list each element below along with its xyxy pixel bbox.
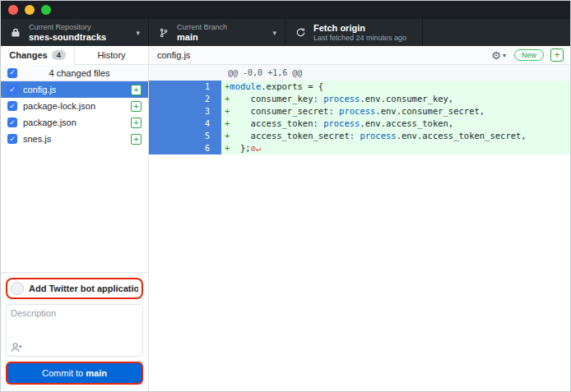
add-coauthor-button[interactable] [11, 342, 23, 353]
git-branch-icon [157, 28, 170, 38]
toolbar: Current Repository snes-soundtracks ▾ Cu… [1, 19, 570, 46]
sidebar-tabs: Changes 4 History [1, 46, 148, 65]
chevron-down-icon: ▾ [503, 52, 506, 59]
lock-icon [9, 28, 22, 38]
app-window: Current Repository snes-soundtracks ▾ Cu… [0, 0, 571, 392]
check-icon: ✓ [9, 86, 16, 94]
added-file-status-icon: + [131, 118, 142, 128]
check-icon: ✓ [9, 136, 16, 143]
current-branch-value: main [177, 32, 227, 43]
diff-line-number[interactable]: 1 [149, 81, 221, 93]
check-icon: ✓ [9, 103, 16, 110]
diff-code: + consumer_key: process.env.consumer_key… [221, 93, 570, 105]
diff-line: 3+ consumer_secret: process.env.consumer… [149, 105, 570, 118]
diff-code: + access_token: process.env.access_token… [221, 118, 570, 130]
current-branch-dropdown[interactable]: Current Branch main ▾ [149, 19, 286, 46]
changed-files-count: 4 changed files [17, 68, 142, 78]
diff-options-button[interactable]: ⚙ ▾ [491, 50, 506, 61]
commit-description-input[interactable] [11, 308, 138, 342]
current-repository-dropdown[interactable]: Current Repository snes-soundtracks ▾ [1, 19, 149, 46]
tab-history[interactable]: History [74, 46, 148, 65]
zoom-window-button[interactable] [41, 5, 51, 15]
file-name: package.json [23, 118, 77, 127]
titlebar [1, 1, 570, 19]
diff-line-number[interactable]: 4 [149, 118, 221, 130]
diff-code: + consumer_secret: process.env.consumer_… [221, 105, 570, 118]
diff-code: +module.exports = { [221, 81, 570, 93]
diff-panel: config.js ⚙ ▾ New + @@ -0,0 +1,6 @@ 1+mo… [149, 46, 570, 391]
select-all-checkbox[interactable]: ✓ [7, 68, 17, 78]
diff-hunk-header: @@ -0,0 +1,6 @@ [149, 65, 570, 81]
diff-line: 4+ access_token: process.env.access_toke… [149, 118, 570, 130]
diff-line: 1+module.exports = { [149, 81, 570, 93]
current-repository-value: snes-soundtracks [29, 32, 106, 43]
diff-line-number[interactable]: 2 [149, 93, 221, 105]
fetch-origin-sublabel: Last fetched 24 minutes ago [313, 34, 406, 43]
file-include-checkbox[interactable]: ✓ [7, 101, 17, 111]
diff-code: + };⊘↵ [221, 142, 570, 154]
tab-changes-label: Changes [9, 50, 47, 60]
file-name: config.js [23, 85, 56, 95]
file-list: ✓config.js+✓package-lock.json+✓package.j… [1, 81, 148, 147]
diff-view: @@ -0,0 +1,6 @@ 1+module.exports = {2+ c… [149, 65, 570, 391]
chevron-down-icon: ▾ [131, 29, 140, 37]
diff-file-header: config.js ⚙ ▾ New + [149, 46, 570, 65]
tab-history-label: History [97, 50, 125, 60]
check-icon: ✓ [9, 69, 16, 76]
added-file-status-icon: + [131, 85, 142, 95]
diff-line-number[interactable]: 6 [149, 142, 221, 154]
sidebar-empty-space [1, 147, 148, 272]
toolbar-empty-space [423, 19, 570, 46]
commit-button-branch: main [86, 368, 107, 378]
fetch-origin-label: Fetch origin [313, 23, 406, 34]
diff-lines: 1+module.exports = {2+ consumer_key: pro… [149, 81, 570, 154]
changes-sidebar: Changes 4 History ✓ 4 changed files ✓con… [1, 46, 149, 391]
commit-summary-row [7, 279, 142, 297]
fetch-origin-text: Fetch origin Last fetched 24 minutes ago [313, 23, 406, 43]
tab-changes[interactable]: Changes 4 [1, 46, 74, 65]
minimize-window-button[interactable] [25, 5, 35, 15]
file-row[interactable]: ✓config.js+ [1, 81, 148, 98]
changed-files-header: ✓ 4 changed files [1, 65, 148, 81]
diff-line: 6+ };⊘↵ [149, 142, 570, 154]
added-file-status-icon: + [131, 101, 142, 112]
plus-icon: + [554, 49, 559, 61]
check-icon: ✓ [9, 119, 16, 127]
avatar [11, 282, 24, 295]
file-row[interactable]: ✓snes.js+ [1, 131, 148, 147]
commit-button-prefix: Commit to [42, 368, 86, 378]
fetch-origin-button[interactable]: Fetch origin Last fetched 24 minutes ago [286, 19, 423, 46]
commit-description-box [6, 304, 143, 357]
file-row[interactable]: ✓package-lock.json+ [1, 98, 148, 114]
file-name: package-lock.json [23, 101, 95, 111]
current-repository-text: Current Repository snes-soundtracks [29, 23, 106, 43]
file-include-checkbox[interactable]: ✓ [7, 134, 17, 144]
chevron-down-icon: ▾ [267, 29, 276, 37]
expand-diff-button[interactable]: + [550, 48, 564, 62]
diff-line-number[interactable]: 5 [149, 130, 221, 142]
commit-button[interactable]: Commit to main [7, 363, 142, 383]
current-branch-text: Current Branch main [177, 23, 227, 43]
file-include-checkbox[interactable]: ✓ [7, 85, 17, 95]
changes-count-badge: 4 [52, 50, 66, 60]
file-include-checkbox[interactable]: ✓ [7, 118, 17, 127]
file-row[interactable]: ✓package.json+ [1, 114, 148, 131]
commit-summary-input[interactable] [29, 284, 138, 293]
person-add-icon [11, 342, 23, 353]
commit-panel: Commit to main [1, 272, 148, 391]
gear-icon: ⚙ [491, 50, 501, 61]
diff-line: 5+ access_token_secret: process.env.acce… [149, 130, 570, 142]
file-status-badge: New [514, 49, 544, 61]
diff-file-title: config.js [157, 50, 491, 60]
current-repository-label: Current Repository [29, 23, 106, 32]
file-name: snes.js [23, 134, 51, 144]
added-file-status-icon: + [131, 134, 142, 145]
current-branch-label: Current Branch [177, 23, 227, 32]
sync-icon [294, 27, 307, 38]
diff-line: 2+ consumer_key: process.env.consumer_ke… [149, 93, 570, 105]
diff-code: + access_token_secret: process.env.acces… [221, 130, 570, 142]
diff-line-number[interactable]: 3 [149, 105, 221, 118]
close-window-button[interactable] [8, 5, 18, 15]
